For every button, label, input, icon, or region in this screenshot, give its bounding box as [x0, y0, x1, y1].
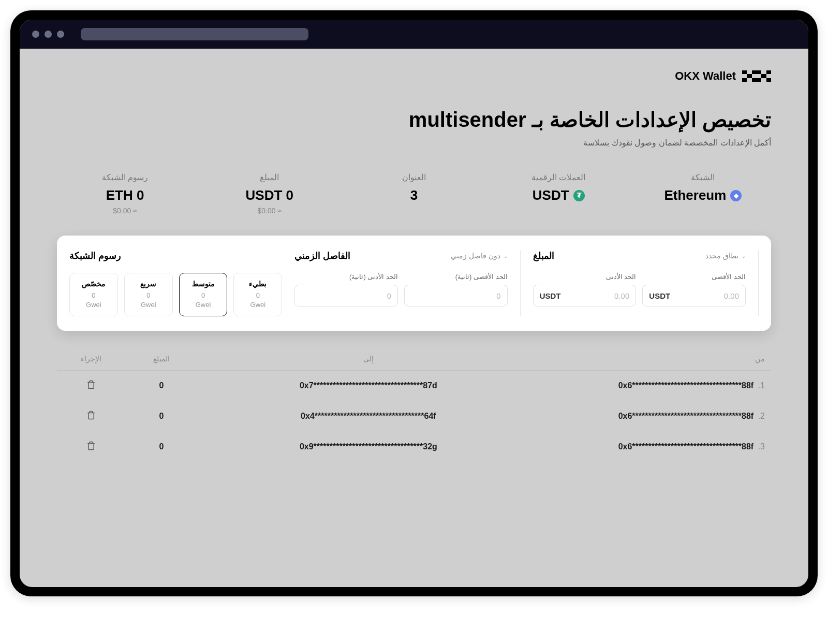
cell-to: 0x7**********************************87d [203, 381, 533, 390]
gas-option-medium-name: متوسط [183, 280, 224, 288]
amount-mode-dropdown[interactable]: ⌄ نطاق محدد [705, 252, 746, 260]
page-content: OKX Wallet تخصيص الإعدادات الخاصة بـ mul… [20, 49, 808, 587]
summary-address-value: 3 [346, 187, 482, 203]
table-header-row: من إلى المبلغ الإجراء [57, 347, 771, 371]
amount-min-label: الحد الأدنى [533, 273, 637, 281]
gas-option-custom[interactable]: مخصّص 0Gwei [69, 273, 118, 316]
browser-bar [20, 20, 808, 49]
cell-amount: 0 [120, 442, 204, 451]
summary-address-label: العنوان [346, 172, 482, 182]
chevron-down-icon: ⌄ [504, 253, 508, 259]
amount-max-input-wrap: USDT [642, 285, 746, 306]
summary-network: الشبكة Ethereum [635, 172, 771, 215]
amount-section: ⌄ نطاق محدد المبلغ الحد الأقصى USDT [533, 250, 759, 316]
gas-section: رسوم الشبكة مخصّص 0Gwei سريع 0Gwei متوسط [69, 250, 282, 316]
table-row: 3. 0x6**********************************… [57, 432, 771, 462]
summary-token-text: USDT [533, 187, 569, 203]
usdt-icon: ₮ [573, 190, 585, 201]
summary-address: العنوان 3 [346, 172, 482, 215]
gas-option-fast-val: 0Gwei [128, 291, 169, 310]
summary-fee-sub: ≈ $0.00 [57, 207, 193, 215]
interval-max-label: الحد الأقصى (ثانية) [404, 273, 508, 281]
cell-amount: 0 [120, 381, 204, 390]
window-close-icon[interactable] [32, 31, 39, 38]
table-row: 1. 0x6**********************************… [57, 371, 771, 401]
gas-option-fast[interactable]: سريع 0Gwei [124, 273, 173, 316]
amount-max-label: الحد الأقصى [642, 273, 746, 281]
device-frame: OKX Wallet تخصيص الإعدادات الخاصة بـ mul… [10, 10, 818, 596]
gas-option-slow-val: 0Gwei [237, 291, 278, 310]
page-subtitle: أكمل الإعدادات المخصصة لضمان وصول نقودك … [57, 138, 771, 148]
amount-max-currency: USDT [649, 291, 670, 300]
th-amount: المبلغ [120, 355, 204, 363]
summary-fee: رسوم الشبكة 0 ETH ≈ $0.00 [57, 172, 193, 215]
summary-amount-sub: ≈ $0.00 [201, 207, 337, 215]
summary-token-value: ₮ USDT [491, 187, 627, 203]
th-to: إلى [203, 355, 533, 363]
config-card: رسوم الشبكة مخصّص 0Gwei سريع 0Gwei متوسط [57, 236, 771, 331]
amount-mode-label: نطاق محدد [705, 252, 738, 260]
gas-option-medium-val: 0Gwei [183, 291, 224, 310]
gas-option-slow[interactable]: بطيء 0Gwei [233, 273, 282, 316]
gas-option-fast-name: سريع [128, 280, 169, 288]
amount-section-title: المبلغ [533, 250, 554, 261]
interval-min-label: الحد الأدنى (ثانية) [294, 273, 398, 281]
trash-icon[interactable] [86, 380, 96, 391]
summary-fee-value: 0 ETH [57, 187, 193, 203]
interval-max-input-wrap [404, 285, 508, 306]
trash-icon[interactable] [86, 411, 96, 422]
gas-option-custom-name: مخصّص [73, 280, 114, 288]
okx-logo-icon [742, 70, 771, 82]
amount-min-input-wrap: USDT [533, 285, 637, 306]
interval-max-input[interactable] [411, 291, 501, 300]
interval-section: ⌄ دون فاصل زمني الفاصل الزمني الحد الأقص… [294, 250, 520, 316]
summary-amount-label: المبلغ [201, 172, 337, 182]
summary-token-label: العملات الرقمية [491, 172, 627, 182]
summary-network-label: الشبكة [635, 172, 771, 182]
cell-from: 1. 0x6**********************************… [534, 381, 765, 390]
summary-token: العملات الرقمية ₮ USDT [491, 172, 627, 215]
summary-network-value: Ethereum [635, 187, 771, 203]
th-action: الإجراء [63, 355, 119, 363]
chevron-down-icon: ⌄ [742, 253, 746, 259]
summary-amount-value: 0 USDT [201, 187, 337, 203]
wallet-name: OKX Wallet [675, 69, 736, 83]
amount-min-currency: USDT [540, 291, 561, 300]
gas-section-title: رسوم الشبكة [69, 250, 121, 261]
th-from: من [534, 355, 765, 363]
cell-to: 0x9**********************************32g [203, 442, 533, 451]
gas-options: مخصّص 0Gwei سريع 0Gwei متوسط 0Gwei بطي [69, 273, 282, 316]
ethereum-icon [730, 190, 742, 201]
browser-window: OKX Wallet تخصيص الإعدادات الخاصة بـ mul… [20, 20, 808, 587]
summary-row: الشبكة Ethereum العملات الرقمية ₮ USDT ا… [57, 172, 771, 215]
cell-amount: 0 [120, 412, 204, 421]
summary-network-text: Ethereum [664, 187, 726, 203]
interval-min-input-wrap [294, 285, 398, 306]
amount-min-input[interactable] [565, 291, 629, 300]
table-row: 2. 0x6**********************************… [57, 401, 771, 432]
window-maximize-icon[interactable] [57, 31, 64, 38]
transfers-table: من إلى المبلغ الإجراء 1. 0x6************… [57, 347, 771, 462]
trash-icon[interactable] [86, 441, 96, 452]
gas-option-medium[interactable]: متوسط 0Gwei [179, 273, 228, 316]
summary-fee-label: رسوم الشبكة [57, 172, 193, 182]
interval-section-title: الفاصل الزمني [294, 250, 350, 261]
cell-to: 0x4**********************************64f [203, 412, 533, 421]
gas-option-custom-val: 0Gwei [73, 291, 114, 310]
window-minimize-icon[interactable] [45, 31, 52, 38]
url-bar[interactable] [81, 28, 308, 40]
wallet-header: OKX Wallet [57, 69, 771, 83]
summary-amount: المبلغ 0 USDT ≈ $0.00 [201, 172, 337, 215]
page-title: تخصيص الإعدادات الخاصة بـ multisender [57, 108, 771, 131]
cell-from: 2. 0x6**********************************… [534, 412, 765, 421]
amount-max-input[interactable] [674, 291, 739, 300]
interval-min-input[interactable] [301, 291, 391, 300]
gas-option-slow-name: بطيء [237, 280, 278, 288]
window-controls [32, 31, 64, 38]
interval-mode-label: دون فاصل زمني [451, 252, 500, 260]
cell-from: 3. 0x6**********************************… [534, 442, 765, 451]
interval-mode-dropdown[interactable]: ⌄ دون فاصل زمني [451, 252, 508, 260]
